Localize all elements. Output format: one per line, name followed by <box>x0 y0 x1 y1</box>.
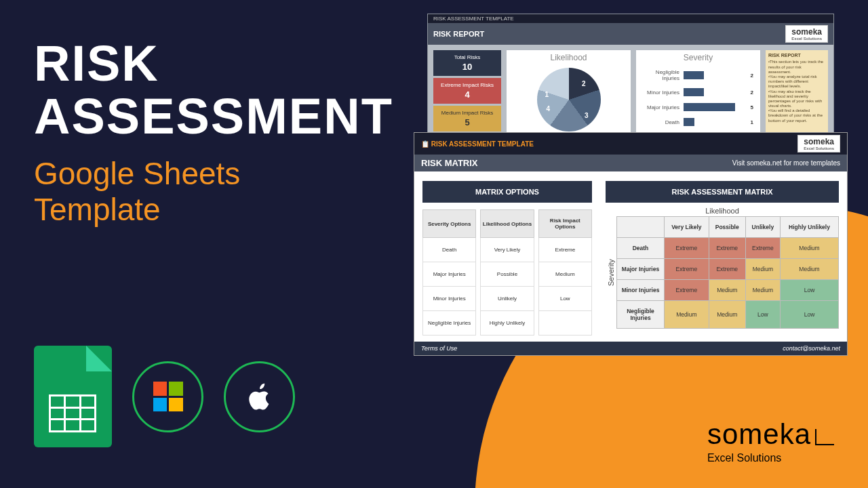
kpi-total: Total Risks10 <box>433 50 501 76</box>
windows-icon <box>132 361 203 432</box>
visit-link[interactable]: Visit someka.net for more templates <box>732 159 840 167</box>
subtitle-line-2: Template <box>34 192 240 228</box>
risk-report-screenshot: RISK ASSESSMENT TEMPLATE RISK REPORT som… <box>427 14 834 149</box>
hero-title: RISK ASSESSMENT <box>34 37 393 142</box>
likelihood-options-col: Likelihood Options Very LikelyPossibleUn… <box>480 209 534 336</box>
someka-badge-small: somekaExcel Solutions <box>797 135 840 152</box>
brand-name: someka <box>707 418 811 451</box>
terms-link[interactable]: Terms of Use <box>421 345 457 352</box>
matrix-ribbon: RISK MATRIX Visit someka.net for more te… <box>414 155 847 171</box>
impact-options-col: Risk Impact Options ExtremeMediumLow <box>538 209 592 336</box>
google-sheets-icon <box>34 346 112 447</box>
kpi-medium: Medium Impact Risks5 <box>433 106 501 131</box>
brand-tagline: Excel Solutions <box>707 452 834 464</box>
bar-chart-icon <box>815 429 834 445</box>
hero-subtitle: Google Sheets Template <box>34 156 240 228</box>
platform-icons-row <box>34 346 295 447</box>
someka-badge-small: somekaExcel Solutions <box>785 25 828 43</box>
kpi-extreme: Extreme Impact Risks4 <box>433 78 501 104</box>
apple-icon <box>224 361 295 432</box>
risk-matrix-screenshot: 📋 RISK ASSESSMENT TEMPLATE somekaExcel S… <box>414 132 848 356</box>
matrix-ribbon-title: RISK MATRIX <box>421 158 478 168</box>
matrix-options-section: MATRIX OPTIONS Severity Options DeathMaj… <box>422 181 592 336</box>
matrix-footer: Terms of Use contact@someka.net <box>414 342 847 355</box>
report-ribbon-title: RISK REPORT <box>433 30 484 38</box>
risk-matrix-table: Very LikelyPossibleUnlikelyHighly Unlike… <box>616 216 839 329</box>
title-line-2: ASSESSMENT <box>34 90 393 143</box>
subtitle-line-1: Google Sheets <box>34 156 240 192</box>
report-topbar: RISK ASSESSMENT TEMPLATE <box>428 14 833 23</box>
someka-logo: someka Excel Solutions <box>707 418 834 464</box>
title-line-1: RISK <box>34 37 393 90</box>
risk-matrix-section: RISK ASSESSMENT MATRIX Likelihood Severi… <box>606 181 839 336</box>
matrix-topbar: 📋 RISK ASSESSMENT TEMPLATE somekaExcel S… <box>414 133 847 155</box>
pie-chart-icon: 23 41 <box>537 68 601 131</box>
report-ribbon: RISK REPORT somekaExcel Solutions <box>428 23 833 45</box>
contact-email[interactable]: contact@someka.net <box>783 345 840 352</box>
severity-options-col: Severity Options DeathMajor InjuriesMino… <box>422 209 476 336</box>
